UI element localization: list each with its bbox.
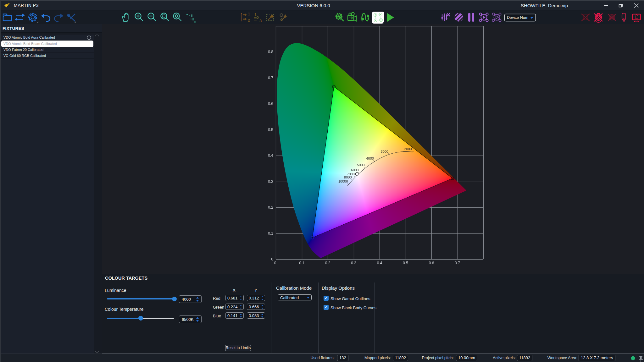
svg-text:2: 2 — [248, 18, 250, 23]
svg-text:2: 2 — [257, 15, 259, 20]
svg-text:VERSION 6.0.0: VERSION 6.0.0 — [297, 3, 330, 8]
svg-text:1: 1 — [248, 12, 250, 16]
svg-text:Device Num: Device Num — [507, 15, 528, 20]
svg-text:i: i — [89, 36, 89, 40]
svg-text:3: 3 — [259, 19, 262, 23]
svg-text:SHOWFILE: Demo.vip: SHOWFILE: Demo.vip — [521, 3, 568, 8]
svg-text:MARTIN P3: MARTIN P3 — [14, 3, 39, 8]
